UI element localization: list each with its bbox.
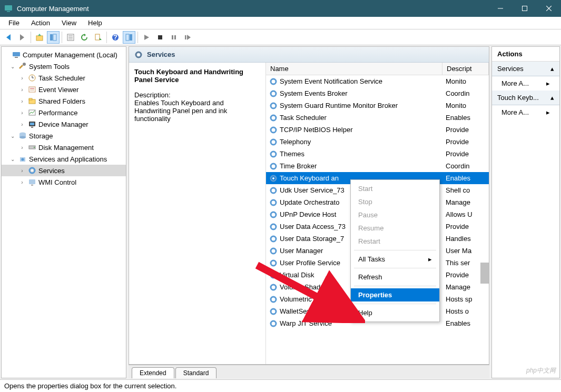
status-text: Opens the properties dialog box for the … bbox=[4, 382, 176, 390]
svg-point-50 bbox=[22, 158, 24, 161]
tree-label: Shared Folders bbox=[38, 97, 85, 105]
service-row[interactable]: TCP/IP NetBIOS HelperProvide bbox=[266, 124, 489, 136]
service-name: System Events Broker bbox=[280, 89, 348, 97]
svg-point-98 bbox=[272, 323, 274, 325]
gear-icon bbox=[269, 126, 278, 134]
svg-point-52 bbox=[31, 169, 33, 172]
service-description: Manage bbox=[442, 198, 489, 206]
tree-item-performance[interactable]: ›Performance bbox=[2, 107, 126, 118]
stop-service-button[interactable] bbox=[154, 31, 166, 44]
service-description: Provide bbox=[442, 150, 489, 158]
tree-system-tools[interactable]: ⌄ System Tools bbox=[2, 61, 126, 72]
svg-rect-17 bbox=[95, 34, 100, 40]
ctx-all-tasks[interactable]: All Tasks▸ bbox=[351, 253, 439, 266]
chevron-right-icon: › bbox=[18, 87, 26, 93]
restart-service-button[interactable] bbox=[181, 31, 194, 44]
ctx-stop: Stop bbox=[351, 195, 439, 208]
svg-rect-39 bbox=[29, 98, 32, 100]
service-row[interactable]: System Guard Runtime Monitor BrokerMonit… bbox=[266, 99, 489, 112]
service-row[interactable]: System Events BrokerCoordin bbox=[266, 87, 489, 99]
actions-pane: Actions Services ▴ More A... ▸ Touch Key… bbox=[491, 46, 560, 378]
minimize-button[interactable] bbox=[488, 0, 513, 17]
service-name: Volume Shadow Co bbox=[280, 283, 340, 291]
service-row[interactable]: Task SchedulerEnables bbox=[266, 112, 489, 124]
service-row[interactable]: Time BrokerCoordin bbox=[266, 160, 489, 172]
gear-icon bbox=[269, 259, 278, 267]
nav-forward-button[interactable] bbox=[16, 31, 28, 44]
tree-item-wmi-control[interactable]: ›WMI Control bbox=[2, 176, 126, 188]
navigation-tree[interactable]: Computer Management (Local) ⌄ System Too… bbox=[1, 46, 126, 378]
show-hide-tree-button[interactable] bbox=[47, 31, 60, 44]
tab-extended[interactable]: Extended bbox=[132, 367, 174, 378]
ctx-refresh[interactable]: Refresh bbox=[351, 270, 439, 284]
gear-icon bbox=[269, 235, 278, 243]
ctx-help[interactable]: Help bbox=[351, 306, 439, 319]
services-list[interactable]: Name Descript System Event Notification … bbox=[266, 63, 489, 364]
svg-marker-23 bbox=[144, 35, 149, 40]
help-button[interactable]: ? bbox=[109, 31, 122, 44]
tree-item-services[interactable]: ›Services bbox=[2, 165, 126, 176]
gear-icon bbox=[269, 77, 278, 86]
pane-title: Services bbox=[147, 51, 175, 58]
tree-storage[interactable]: ⌄ Storage bbox=[2, 130, 126, 142]
gear-icon bbox=[269, 210, 278, 219]
tree-item-shared-folders[interactable]: ›Shared Folders bbox=[2, 95, 126, 107]
actions-section-selected[interactable]: Touch Keyb... ▴ bbox=[492, 91, 559, 105]
service-row[interactable]: System Event Notification ServiceMonito bbox=[266, 75, 489, 87]
tab-standard[interactable]: Standard bbox=[175, 367, 217, 378]
column-name[interactable]: Name bbox=[266, 63, 442, 75]
up-button[interactable] bbox=[33, 31, 46, 44]
services-apps-icon bbox=[18, 155, 27, 163]
ctx-start: Start bbox=[351, 182, 439, 195]
ctx-restart: Restart bbox=[351, 235, 439, 248]
menu-view[interactable]: View bbox=[56, 18, 82, 28]
svg-rect-53 bbox=[29, 179, 35, 184]
export-button[interactable] bbox=[92, 31, 104, 44]
gear-icon bbox=[269, 307, 278, 316]
service-row[interactable]: TelephonyProvide bbox=[266, 136, 489, 148]
service-name: Touch Keyboard an bbox=[280, 174, 339, 182]
menu-help[interactable]: Help bbox=[83, 18, 107, 28]
actions-section-services[interactable]: Services ▴ bbox=[492, 62, 559, 76]
tree-item-event-viewer[interactable]: ›Event Viewer bbox=[2, 84, 126, 95]
menu-file[interactable]: File bbox=[3, 18, 25, 28]
start-service-button[interactable] bbox=[140, 31, 153, 44]
refresh-button[interactable] bbox=[78, 31, 91, 44]
toolbar: ? bbox=[0, 29, 561, 45]
svg-rect-1 bbox=[7, 11, 10, 12]
ctx-label: Stop bbox=[358, 198, 372, 206]
tree-item-device-manager[interactable]: ›Device Manager bbox=[2, 118, 126, 130]
service-row[interactable]: ThemesProvide bbox=[266, 148, 489, 160]
services-pane: Services Touch Keyboard and Handwriting … bbox=[129, 46, 489, 365]
service-name: Volumetric Audi bbox=[280, 295, 327, 303]
tree-item-disk-management[interactable]: ›Disk Management bbox=[2, 142, 126, 153]
nav-back-button[interactable] bbox=[2, 31, 15, 44]
tree-root[interactable]: Computer Management (Local) bbox=[2, 49, 126, 61]
service-description: Enables bbox=[442, 174, 489, 182]
properties-button[interactable] bbox=[64, 31, 77, 44]
tree-item-task-scheduler[interactable]: ›Task Scheduler bbox=[2, 72, 126, 84]
column-description[interactable]: Descript bbox=[442, 63, 489, 75]
chevron-right-icon: › bbox=[18, 168, 26, 174]
scrollbar-thumb[interactable] bbox=[480, 263, 489, 284]
actions-more-2[interactable]: More A... ▸ bbox=[492, 105, 559, 119]
detail-pane: Touch Keyboard and Handwriting Panel Ser… bbox=[129, 63, 266, 364]
status-bar: Opens the properties dialog box for the … bbox=[0, 379, 561, 392]
pause-service-button[interactable] bbox=[168, 31, 180, 44]
menu-action[interactable]: Action bbox=[26, 18, 55, 28]
tree-services-apps[interactable]: ⌄ Services and Applications bbox=[2, 153, 126, 165]
close-button[interactable] bbox=[537, 0, 561, 17]
svg-point-56 bbox=[137, 54, 140, 56]
list-header[interactable]: Name Descript bbox=[266, 63, 489, 75]
svg-point-62 bbox=[272, 105, 274, 107]
service-name: Warp JIT Service bbox=[280, 319, 332, 327]
actions-more-1[interactable]: More A... ▸ bbox=[492, 76, 559, 91]
service-description: Provide bbox=[442, 223, 489, 230]
maximize-button[interactable] bbox=[513, 0, 537, 17]
ctx-properties[interactable]: Properties bbox=[351, 288, 439, 301]
service-name: WalletService bbox=[280, 307, 321, 315]
title-bar: Computer Management bbox=[0, 0, 561, 17]
show-hide-actions-button[interactable] bbox=[123, 31, 135, 44]
tree-label: Task Scheduler bbox=[38, 74, 85, 82]
service-name: Udk User Service_73 bbox=[280, 186, 345, 194]
